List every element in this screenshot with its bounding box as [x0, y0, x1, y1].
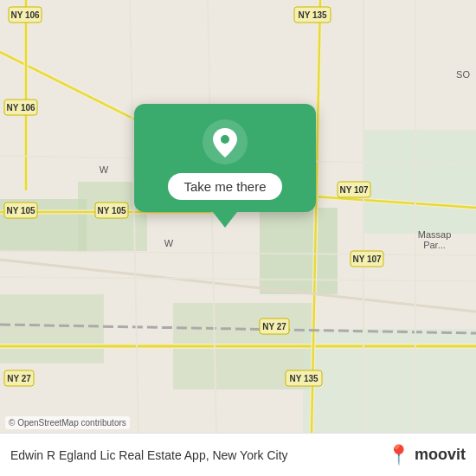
svg-text:NY 135: NY 135: [298, 10, 327, 20]
map-svg: NY 135 NY 106 NY 106 NY 107 NY 107 NY 10…: [0, 0, 476, 433]
svg-text:NY 105: NY 105: [6, 206, 35, 215]
svg-point-57: [221, 135, 229, 144]
svg-text:NY 135: NY 135: [289, 374, 318, 383]
map-view: NY 135 NY 106 NY 106 NY 107 NY 107 NY 10…: [0, 0, 476, 433]
svg-rect-4: [363, 130, 476, 234]
location-pin-icon: [203, 119, 248, 164]
svg-text:W: W: [100, 164, 109, 175]
svg-text:NY 106: NY 106: [6, 103, 35, 113]
moovit-logo: 📍 moovit: [387, 444, 466, 466]
location-card: Take me there: [134, 104, 316, 212]
svg-text:W: W: [164, 238, 174, 248]
svg-rect-3: [260, 208, 338, 294]
app-name: Edwin R Egland Lic Real Estate App, New …: [10, 448, 288, 462]
take-me-there-button[interactable]: Take me there: [168, 173, 281, 200]
moovit-pin-icon: 📍: [387, 444, 410, 466]
svg-text:NY 105: NY 105: [97, 206, 126, 215]
svg-text:NY 107: NY 107: [352, 254, 382, 264]
svg-text:SO: SO: [456, 69, 470, 80]
svg-text:Massap: Massap: [418, 229, 452, 240]
svg-text:NY 106: NY 106: [10, 10, 40, 20]
map-attribution: © OpenStreetMap contributors: [5, 416, 130, 429]
bottom-bar: Edwin R Egland Lic Real Estate App, New …: [0, 433, 476, 476]
svg-text:NY 27: NY 27: [7, 374, 31, 383]
moovit-brand-name: moovit: [415, 446, 466, 464]
svg-rect-6: [0, 294, 104, 363]
svg-text:NY 107: NY 107: [339, 185, 369, 195]
svg-text:Par...: Par...: [423, 240, 446, 250]
svg-text:NY 27: NY 27: [262, 322, 286, 331]
